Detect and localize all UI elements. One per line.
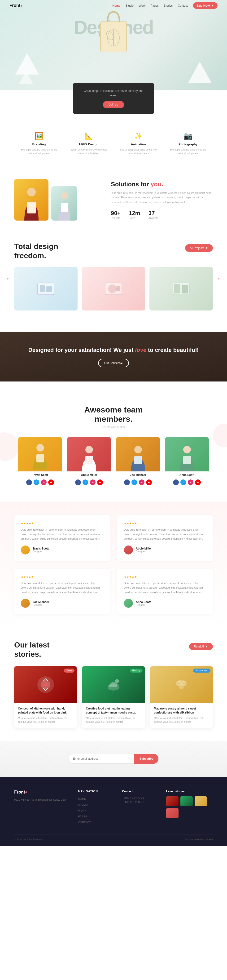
solutions-image-large <box>14 179 48 221</box>
svg-rect-16 <box>182 285 188 293</box>
blog-section: Our latest stories. Read All ▼ Done Conc… <box>0 627 227 740</box>
portfolio-item-3[interactable] <box>149 267 213 310</box>
blog-grid: Done Concept of kitchenware with hand, p… <box>14 666 213 728</box>
read-all-button[interactable]: Read All ▼ <box>189 643 213 650</box>
svg-point-6 <box>61 192 68 199</box>
joe-twitter-icon[interactable]: t <box>132 479 137 485</box>
team-name-travis: Travis Scott <box>18 471 62 477</box>
joe-instagram-icon[interactable]: in <box>139 479 144 485</box>
footer-nav-work[interactable]: WORK <box>78 809 86 812</box>
abbie-youtube-icon[interactable]: ▶ <box>97 479 103 485</box>
testi-name-4: Anna Scott <box>136 600 151 604</box>
footer-latest-title: Latest stories <box>166 790 213 793</box>
travis-instagram-icon[interactable]: in <box>41 479 47 485</box>
newsletter-email-input[interactable] <box>68 754 134 764</box>
photography-title: Photography <box>168 142 208 146</box>
stat-sales: 12m Sales <box>129 210 140 220</box>
newsletter-form: Subscribe <box>68 754 159 764</box>
blog-title-2: Creative food diet healthy eating concep… <box>86 707 141 715</box>
nav-pages[interactable]: Pages <box>151 4 159 7</box>
cta-banner-text: Great things in business are never done … <box>83 89 144 98</box>
blog-content-2: Creative food diet healthy eating concep… <box>82 703 145 728</box>
portfolio-item-2[interactable] <box>82 267 145 310</box>
uxui-title: UI/UX Design <box>68 142 109 146</box>
newsletter-subscribe-button[interactable]: Subscribe <box>134 754 159 764</box>
team-title: Awesome team members. <box>10 405 217 424</box>
blog-card-1[interactable]: Done Concept of kitchenware with hand, p… <box>14 666 77 728</box>
all-projects-button[interactable]: All Projects ▼ <box>185 244 213 252</box>
abbie-facebook-icon[interactable]: f <box>75 479 81 485</box>
team-grid: Travis Scott f t in ▶ Abbie Miller f t i… <box>10 437 217 488</box>
anna-twitter-icon[interactable]: t <box>180 479 186 485</box>
footer-nav-contact[interactable]: CONTACT <box>78 821 90 824</box>
nav-studio[interactable]: Studio <box>125 4 133 7</box>
travis-youtube-icon[interactable]: ▶ <box>48 479 54 485</box>
nav-contact[interactable]: Contact <box>178 4 187 7</box>
satisfaction-section: Designed for your satisfaction! We just … <box>0 322 227 391</box>
hero-triangles-left <box>14 52 40 85</box>
anna-instagram-icon[interactable]: in <box>188 479 194 485</box>
team-socials-abbie: f t in ▶ <box>67 477 111 488</box>
footer-latest-col: Latest stories <box>166 790 213 826</box>
svg-rect-5 <box>27 202 36 213</box>
blog-img-1: Done <box>14 666 77 703</box>
blog-content-3: Macarons pastry almond sweet confectiona… <box>150 703 213 728</box>
footer-thumb-4 <box>166 808 179 818</box>
blog-tag-1: Done <box>64 668 75 673</box>
travis-facebook-icon[interactable]: f <box>26 479 32 485</box>
blog-desc-1: Milim vero est id voluptatem. Sint molli… <box>18 716 73 724</box>
joe-facebook-icon[interactable]: f <box>124 479 130 485</box>
our-services-button[interactable]: Our Services ▸ <box>98 359 129 367</box>
nav-work[interactable]: Work <box>139 4 145 7</box>
abbie-instagram-icon[interactable]: in <box>90 479 95 485</box>
footer-contact-title: Contact <box>122 790 156 793</box>
hero-bag-icon <box>96 7 131 56</box>
stars-2: ★★★★★ <box>124 522 206 525</box>
buy-now-button[interactable]: Buy Now ▼ <box>193 2 218 9</box>
testimonials-grid: ★★★★★ Duis aute irure dolor in reprehend… <box>14 515 213 615</box>
svg-rect-22 <box>134 456 142 465</box>
footer-copyright: © Front. All rights Reserved <box>14 838 43 841</box>
blog-tag-2: Healthy <box>130 668 143 673</box>
animation-title: Animation <box>118 142 159 146</box>
abbie-twitter-icon[interactable]: t <box>83 479 88 485</box>
team-card-anna: Anna Scott f t in ▶ <box>165 437 209 488</box>
testi-text-2: Duis aute irure dolor in reprehenderit i… <box>124 528 206 541</box>
team-socials-joe: f t in ▶ <box>116 477 160 488</box>
anna-youtube-icon[interactable]: ▶ <box>195 479 201 485</box>
photography-desc: Sed ut perspiciatis unde omnis iste natu… <box>168 148 208 156</box>
testimonial-1: ★★★★★ Duis aute irure dolor in reprehend… <box>14 515 110 561</box>
portfolio-item-1[interactable] <box>14 267 78 310</box>
cta-banner-button[interactable]: Join us <box>103 101 124 108</box>
service-item-photography: 📷 Photography Sed ut perspiciatis unde o… <box>163 127 213 160</box>
blog-desc-3: Milim vero est id voluptatem. Sint molli… <box>154 716 209 724</box>
team-name-abbie: Abbie Miller <box>67 471 111 477</box>
footer-nav-studio[interactable]: STUDIO <box>78 803 88 806</box>
travis-twitter-icon[interactable]: t <box>33 479 39 485</box>
cta-banner-wrapper: Great things in business are never done … <box>0 90 227 114</box>
testi-role-3: Designer <box>33 604 49 606</box>
nav-stories[interactable]: Stories <box>164 4 173 7</box>
photography-icon: 📷 <box>168 132 208 140</box>
svg-point-19 <box>85 446 93 453</box>
footer-phone-1: +0091 40 84 79 30 <box>122 796 156 799</box>
footer-nav-home[interactable]: HOME <box>78 797 86 800</box>
anna-facebook-icon[interactable]: f <box>173 479 179 485</box>
testi-author-1: Travis Scott Designer <box>21 546 103 555</box>
testimonial-3: ★★★★★ Duis aute irure dolor in reprehend… <box>14 569 110 615</box>
team-subtitle: people who matter <box>10 425 217 429</box>
blog-img-3: Amusement <box>150 666 213 703</box>
nav-links: Home Studio Work Pages Stories Contact B… <box>113 2 217 9</box>
nav-home[interactable]: Home <box>113 4 121 7</box>
solutions-text: Solutions for you. Duis aute irure dolor… <box>111 181 213 220</box>
footer-nav-pages[interactable]: PAGES <box>78 815 87 818</box>
svg-rect-15 <box>174 284 180 293</box>
team-name-anna: Anna Scott <box>165 471 209 477</box>
animation-icon: ✨ <box>118 132 159 140</box>
blog-card-2[interactable]: Healthy Creative food diet healthy eatin… <box>82 666 145 728</box>
footer-logo: Front● <box>14 790 68 795</box>
stars-3: ★★★★★ <box>21 575 103 579</box>
blog-card-3[interactable]: Amusement Macarons pastry almond sweet c… <box>150 666 213 728</box>
joe-youtube-icon[interactable]: ▶ <box>146 479 152 485</box>
right-arrow-deco: ▸ <box>218 276 220 281</box>
